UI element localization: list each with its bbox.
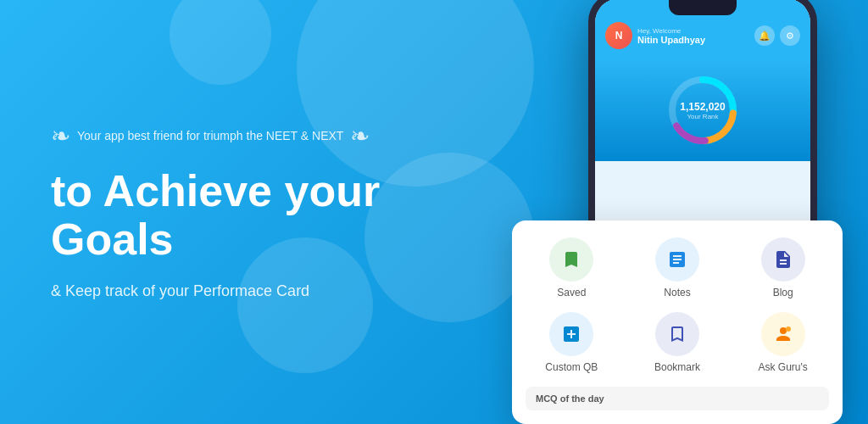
menu-grid: Saved Notes Blog Custom QB	[526, 237, 829, 373]
rank-label: Your Rank	[680, 113, 725, 120]
ask-gurus-icon	[761, 312, 805, 356]
menu-card: Saved Notes Blog Custom QB	[512, 220, 843, 424]
menu-item-saved[interactable]: Saved	[526, 237, 618, 298]
ask-gurus-label: Ask Guru's	[759, 361, 808, 373]
mcq-bar[interactable]: MCQ of the day	[526, 387, 829, 410]
rank-circle: 1,152,020 Your Rank	[665, 72, 741, 148]
rank-number: 1,152,020	[680, 101, 725, 113]
rank-text: 1,152,020 Your Rank	[680, 101, 725, 120]
laurel-left-icon: ❧	[51, 122, 70, 150]
custom-qb-icon	[549, 312, 593, 356]
tagline-text: Your app best friend for triumph the NEE…	[77, 127, 343, 145]
menu-item-blog[interactable]: Blog	[737, 237, 829, 298]
header-icons: 🔔 ⚙	[754, 25, 800, 46]
bookmark-label: Bookmark	[654, 361, 700, 373]
notes-icon	[655, 237, 699, 282]
phone-container: N Hey, Welcome Nitin Upadhyay 🔔 ⚙	[563, 0, 843, 424]
saved-icon	[549, 237, 593, 282]
menu-item-ask-gurus[interactable]: Ask Guru's	[737, 312, 829, 373]
avatar: N	[605, 22, 632, 49]
bookmark-icon	[655, 312, 699, 356]
notification-icon[interactable]: 🔔	[754, 25, 775, 46]
notes-label: Notes	[664, 287, 690, 298]
settings-icon[interactable]: ⚙	[780, 25, 800, 46]
username-text: Nitin Upadhyay	[637, 35, 705, 45]
left-panel: ❧ Your app best friend for triumph the N…	[51, 0, 458, 424]
greeting-text: Hey, Welcome	[637, 27, 705, 35]
rank-section: 1,152,020 Your Rank	[595, 59, 810, 161]
custom-qb-label: Custom QB	[545, 361, 598, 373]
menu-item-custom-qb[interactable]: Custom QB	[526, 312, 618, 373]
user-text: Hey, Welcome Nitin Upadhyay	[637, 27, 705, 45]
sub-text: & Keep track of your Performace Card	[51, 281, 458, 302]
main-heading: to Achieve your Goals	[51, 167, 458, 264]
svg-point-4	[780, 327, 787, 334]
phone-notch	[669, 0, 737, 15]
svg-point-5	[786, 326, 791, 332]
saved-label: Saved	[557, 287, 586, 298]
laurel-right-icon: ❧	[350, 122, 370, 150]
tagline-box: ❧ Your app best friend for triumph the N…	[51, 122, 458, 150]
menu-item-notes[interactable]: Notes	[632, 237, 724, 298]
menu-item-bookmark[interactable]: Bookmark	[632, 312, 724, 373]
blog-label: Blog	[773, 287, 793, 298]
blog-icon	[761, 237, 805, 282]
user-info: N Hey, Welcome Nitin Upadhyay	[605, 22, 705, 49]
